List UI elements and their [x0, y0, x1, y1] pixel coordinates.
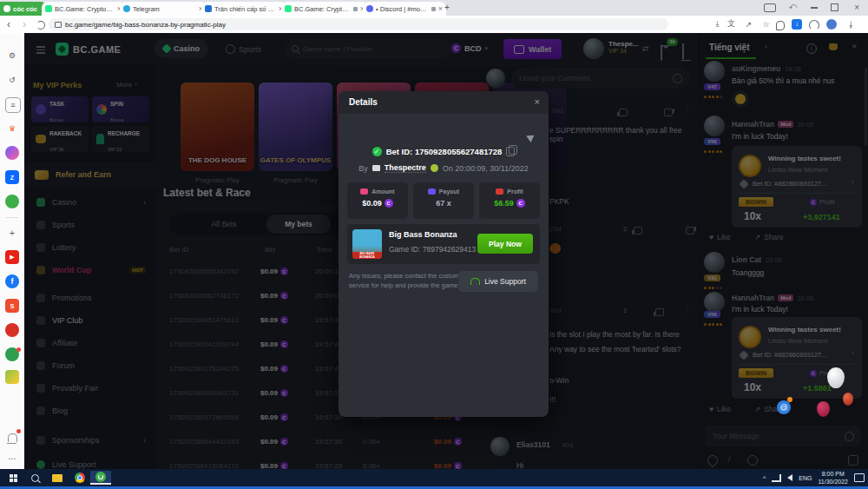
bookmark-star-icon[interactable]: ☆ — [761, 19, 771, 29]
headset-icon — [470, 278, 480, 285]
more-icon[interactable]: ⋯ — [5, 452, 19, 466]
translate-icon[interactable]: 文 — [727, 19, 736, 29]
tab-label: BC.Game: Crypto Casino Gan — [55, 5, 115, 13]
action-center-icon[interactable] — [854, 473, 865, 482]
new-tab-button[interactable]: + — [444, 3, 450, 12]
tab-close-icon[interactable]: × — [438, 5, 443, 13]
sync-icon[interactable] — [809, 20, 819, 30]
profile-avatar[interactable] — [826, 19, 837, 30]
tab-bcgame-2-active[interactable]: BC.Game: Crypto Casino × — [281, 2, 368, 16]
tray-expand-icon[interactable]: ^ — [763, 475, 766, 481]
start-button[interactable] — [3, 471, 23, 485]
sidebar-divider — [6, 217, 18, 218]
bet-by-row: By Thespectre On 20:00:09, 30/11/2022 — [339, 163, 549, 173]
profit-icon — [496, 188, 503, 195]
clock[interactable]: 8:00 PM 11/30/2022 — [818, 470, 848, 486]
game-id-row: Game ID: 7897942629413 — [389, 244, 489, 254]
address-bar[interactable]: bc.game/game/big-bass-bonanza-by-pragmat… — [49, 18, 668, 30]
hot-crown-icon[interactable]: ♛ — [5, 122, 19, 135]
amount-icon — [360, 188, 368, 195]
tab-speaker-icon — [431, 7, 436, 11]
verified-check-icon: ✓ — [372, 147, 382, 156]
modal-close-icon[interactable]: × — [535, 96, 540, 107]
bet-user[interactable]: Thespectre — [385, 163, 426, 173]
forward-button[interactable]: › — [23, 19, 26, 30]
downloads-tray-icon[interactable]: ⭳ — [846, 19, 856, 29]
reload-button[interactable] — [36, 21, 45, 30]
game-thumbnail[interactable]: BIG BASS BONANZA — [352, 229, 382, 259]
tab-discord[interactable]: • Discord | #mod-anno × — [363, 2, 446, 16]
frog-emoji-icon — [431, 164, 438, 172]
tab-label: Telegram — [133, 5, 196, 13]
game-id: Game ID: 7897942629413 — [389, 245, 476, 254]
adblock-shield-icon[interactable] — [776, 21, 785, 30]
live-support-button[interactable]: Live Support — [458, 271, 538, 292]
browser-toolbar: ‹ › bc.game/game/big-bass-bonanza-by-pra… — [0, 16, 868, 34]
youtube-icon[interactable]: ▶ — [5, 250, 19, 264]
mention-badge-dot — [787, 397, 792, 402]
stat-profit: Profit $6.59 C — [479, 182, 540, 219]
coccoc-taskbar-icon-active[interactable] — [90, 471, 111, 485]
download-active-icon[interactable]: ↓ — [792, 19, 802, 30]
volume-icon[interactable] — [787, 474, 792, 481]
tab-label: Trận chiến cấp số nhân chơi — [214, 5, 276, 13]
file-explorer-icon[interactable] — [47, 471, 68, 485]
by-label: By — [358, 164, 368, 173]
tab-telegram[interactable]: Telegram × — [120, 2, 207, 16]
tray-date: 11/30/2022 — [818, 479, 848, 485]
browser-tab-bar: cốc cốc BC.Game: Crypto Casino Gan × Tel… — [0, 0, 868, 16]
coccoc-sidebar: ⚙ ↺ ≡ ♛ Z + ▶ f S ⋯ — [0, 33, 25, 469]
screen-share-icon[interactable] — [764, 3, 776, 12]
messenger-icon[interactable] — [5, 146, 19, 160]
history-icon[interactable]: ↺ — [5, 73, 19, 87]
tab-bcgame-1[interactable]: BC.Game: Crypto Casino Gan × — [42, 2, 125, 16]
add-shortcut-icon[interactable]: + — [5, 226, 19, 240]
system-tray: ^ ENG 8:00 PM 11/30/2022 — [763, 469, 865, 486]
bcgame-site: BC.GAME Casino Sports Game name | Provid… — [24, 33, 868, 469]
tab-speaker-icon — [353, 7, 358, 11]
shopee-icon[interactable]: S — [5, 299, 19, 313]
mention-bubble[interactable]: @ — [777, 400, 791, 414]
reading-list-icon[interactable]: ≡ — [5, 97, 21, 113]
save-page-icon[interactable]: ⤓ — [713, 19, 722, 29]
share-bet-icon[interactable] — [526, 132, 536, 143]
tab-brand-coccoc[interactable]: cốc cốc — [0, 2, 47, 16]
red-app-icon[interactable] — [5, 323, 19, 337]
facebook-icon[interactable]: f — [5, 274, 19, 288]
tab-tran-chien[interactable]: Trận chiến cấp số nhân chơi × — [201, 2, 286, 16]
window-close-button[interactable]: × — [854, 3, 859, 12]
back-button[interactable]: ‹ — [7, 19, 10, 30]
lock-icon — [55, 22, 62, 28]
discord-favicon — [366, 5, 373, 12]
coin-icon: C — [385, 199, 393, 208]
screen: cốc cốc BC.Game: Crypto Casino Gan × Tel… — [0, 0, 868, 489]
modal-header: Details × — [339, 91, 549, 114]
bell-badge-dot — [16, 429, 21, 433]
taskbar-search-icon[interactable] — [24, 471, 45, 485]
tab-label: BC.Game: Crypto Casino — [294, 5, 351, 13]
game-app-icon[interactable] — [5, 370, 19, 384]
coccoc-logo-icon — [3, 5, 10, 12]
play-now-button[interactable]: Play Now — [477, 234, 533, 254]
share-icon[interactable]: ↗ — [744, 19, 753, 29]
window-minimize-button[interactable] — [811, 7, 818, 9]
url-text: bc.game/game/big-bass-bonanza-by-pragmat… — [65, 21, 226, 29]
language-indicator[interactable]: ENG — [799, 475, 812, 481]
settings-gear-icon[interactable]: ⚙ — [5, 49, 19, 63]
tab-favicon — [205, 5, 212, 12]
copy-icon[interactable] — [506, 147, 515, 156]
chrome-icon[interactable] — [69, 471, 90, 485]
payout-icon — [428, 188, 436, 195]
bet-datetime: On 20:00:09, 30/11/2022 — [443, 164, 529, 173]
zalo-icon[interactable]: Z — [5, 170, 19, 184]
bcgame-favicon — [45, 5, 52, 12]
game-info-card: BIG BASS BONANZA Big Bass Bonanza Game I… — [347, 224, 540, 264]
window-maximize-button[interactable] — [831, 3, 838, 11]
tab-history-back-icon[interactable]: ⤺ — [788, 2, 797, 11]
notification-dot — [16, 347, 21, 352]
games-gamepad-icon[interactable] — [5, 195, 19, 208]
bet-details-modal: Details × ✓ Bet ID: 1750928055627481728 … — [339, 91, 549, 417]
coin-icon: C — [516, 199, 525, 208]
tab-label: cốc cốc — [13, 5, 43, 13]
network-icon[interactable] — [772, 474, 781, 482]
